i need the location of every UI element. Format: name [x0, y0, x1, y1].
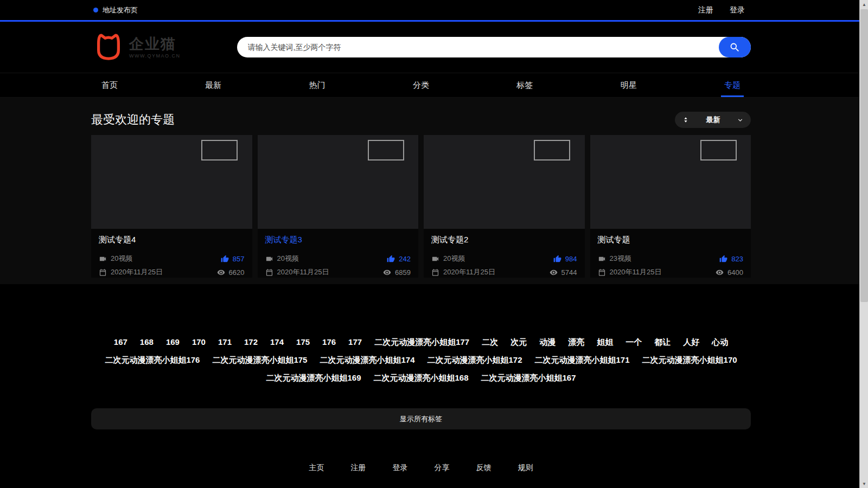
topic-date: 2020年11月25日: [610, 267, 662, 277]
thumbs-up-icon: [221, 255, 229, 263]
topic-title[interactable]: 测试专题3: [265, 235, 411, 245]
tag-link[interactable]: 170: [192, 337, 206, 348]
topic-title[interactable]: 测试专题2: [431, 235, 577, 245]
announce-label: 地址发布页: [103, 5, 138, 15]
main-nav: 首页最新热门分类标签明星专题: [0, 73, 868, 98]
nav-item-home[interactable]: 首页: [99, 73, 120, 97]
topic-title[interactable]: 测试专题: [598, 235, 744, 245]
tag-link[interactable]: 175: [296, 337, 310, 348]
footer-link[interactable]: 主页: [309, 463, 324, 473]
tag-row: 二次元动漫漂亮小姐姐169二次元动漫漂亮小姐姐168二次元动漫漂亮小姐姐167: [91, 373, 751, 383]
likes-count: 984: [565, 255, 577, 263]
tag-link[interactable]: 二次元动漫漂亮小姐姐177: [374, 337, 469, 348]
tag-link[interactable]: 174: [270, 337, 284, 348]
nav-item-stars[interactable]: 明星: [618, 73, 639, 97]
topic-thumbnail[interactable]: [424, 135, 585, 229]
tag-link[interactable]: 177: [348, 337, 362, 348]
tag-link[interactable]: 姐姐: [597, 337, 613, 348]
page-title: 最受欢迎的专题: [91, 112, 175, 128]
video-camera-icon: [431, 255, 439, 263]
topic-card[interactable]: 测试专题 23视频 823 2020年11月25日 6400: [590, 135, 751, 278]
video-camera-icon: [99, 255, 107, 263]
show-all-tags-button[interactable]: 显示所有标签: [91, 408, 751, 429]
topic-thumbnail[interactable]: [258, 135, 419, 229]
address-publish-link[interactable]: 地址发布页: [91, 5, 138, 15]
register-link[interactable]: 注册: [698, 5, 713, 15]
tag-link[interactable]: 二次元动漫漂亮小姐姐169: [266, 373, 361, 383]
tag-link[interactable]: 二次元动漫漂亮小姐姐167: [481, 373, 576, 383]
nav-item-categories[interactable]: 分类: [411, 73, 431, 97]
nav-item-topics[interactable]: 专题: [722, 73, 743, 97]
nav-item-hot[interactable]: 热门: [307, 73, 328, 97]
tag-link[interactable]: 一个: [626, 337, 642, 348]
login-link[interactable]: 登录: [730, 5, 745, 15]
topic-cards: 测试专题4 20视频 857 2020年11月25日 6620: [91, 135, 751, 278]
footer-link[interactable]: 反馈: [476, 463, 492, 473]
tag-link[interactable]: 都让: [654, 337, 671, 348]
video-count: 20视频: [443, 254, 465, 264]
site-logo[interactable]: 企业猫 WWW.QYMAO.CN: [93, 32, 181, 62]
tag-link[interactable]: 二次元动漫漂亮小姐姐175: [212, 355, 307, 365]
nav-item-tags[interactable]: 标签: [514, 73, 535, 97]
topic-title[interactable]: 测试专题4: [99, 235, 245, 245]
video-camera-icon: [598, 255, 606, 263]
search-icon: [729, 42, 741, 53]
topic-card[interactable]: 测试专题2 20视频 984 2020年11月25日 5744: [424, 135, 585, 278]
calendar-icon: [265, 268, 273, 277]
logo-subtitle: WWW.QYMAO.CN: [129, 53, 181, 59]
tag-link[interactable]: 心动: [712, 337, 728, 348]
topic-date: 2020年11月25日: [277, 267, 329, 277]
topic-thumbnail[interactable]: [590, 135, 751, 229]
tag-link[interactable]: 二次元动漫漂亮小姐姐171: [535, 355, 630, 365]
footer-link[interactable]: 分享: [435, 463, 450, 473]
calendar-icon: [99, 268, 107, 277]
eye-icon: [550, 268, 558, 277]
video-count: 20视频: [277, 254, 299, 264]
tag-link[interactable]: 二次元动漫漂亮小姐姐172: [427, 355, 522, 365]
topic-thumbnail[interactable]: [91, 135, 252, 229]
nav-items: 首页最新热门分类标签明星专题: [91, 73, 751, 97]
vertical-scrollbar[interactable]: ▲ ▼: [859, 0, 868, 488]
tag-link[interactable]: 172: [244, 337, 258, 348]
tag-link[interactable]: 176: [322, 337, 336, 348]
chevron-down-icon: [737, 117, 744, 124]
sort-dropdown[interactable]: 最新: [675, 112, 751, 128]
tag-link[interactable]: 171: [218, 337, 232, 348]
scroll-up-arrow-icon[interactable]: ▲: [860, 0, 868, 9]
tag-link[interactable]: 二次元动漫漂亮小姐姐168: [373, 373, 468, 383]
broken-image-icon: [201, 140, 238, 160]
video-camera-icon: [265, 255, 273, 263]
footer-link[interactable]: 规则: [518, 463, 533, 473]
tag-link[interactable]: 168: [140, 337, 154, 348]
topic-card[interactable]: 测试专题4 20视频 857 2020年11月25日 6620: [91, 135, 252, 278]
video-count: 23视频: [610, 254, 631, 264]
search-bar: [237, 37, 751, 57]
tag-link[interactable]: 167: [114, 337, 127, 348]
eye-icon: [383, 268, 391, 277]
footer-link[interactable]: 登录: [393, 463, 408, 473]
calendar-icon: [431, 268, 439, 277]
thumbs-up-icon: [553, 255, 561, 263]
search-button[interactable]: [719, 37, 751, 57]
topics-section: 最受欢迎的专题 最新 测试专题4 20视频: [0, 98, 868, 284]
tag-link[interactable]: 二次元动漫漂亮小姐姐174: [320, 355, 414, 365]
tag-link[interactable]: 次元: [510, 337, 527, 348]
tag-link[interactable]: 二次元动漫漂亮小姐姐170: [642, 355, 737, 365]
tag-link[interactable]: 二次元动漫漂亮小姐姐176: [105, 355, 200, 365]
tag-link[interactable]: 169: [166, 337, 180, 348]
scroll-down-arrow-icon[interactable]: ▼: [860, 479, 868, 488]
thumbs-up-icon: [387, 255, 395, 263]
footer: 主页注册登录分享反馈规则: [0, 463, 868, 473]
nav-item-latest[interactable]: 最新: [203, 73, 224, 97]
views-count: 5744: [561, 268, 577, 277]
tag-link[interactable]: 二次: [482, 337, 498, 348]
thumbs-up-icon: [719, 255, 727, 263]
tag-link[interactable]: 漂亮: [568, 337, 584, 348]
tag-rows: 167168169170171172174175176177二次元动漫漂亮小姐姐…: [91, 337, 751, 383]
tag-link[interactable]: 动漫: [539, 337, 556, 348]
tag-link[interactable]: 人好: [683, 337, 699, 348]
topic-card[interactable]: 测试专题3 20视频 242 2020年11月25日 6859: [258, 135, 419, 278]
footer-link[interactable]: 注册: [351, 463, 366, 473]
scrollbar-thumb[interactable]: [860, 9, 868, 302]
search-input[interactable]: [237, 37, 751, 57]
